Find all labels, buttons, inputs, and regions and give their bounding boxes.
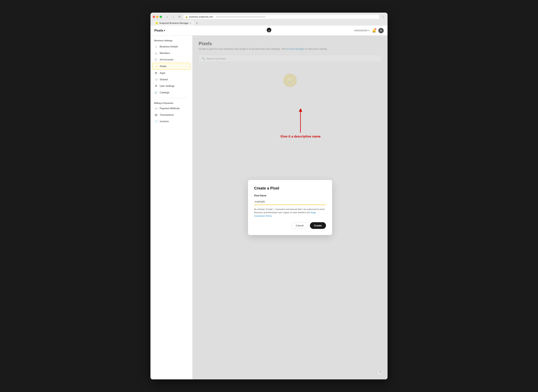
sidebar-label-invoices: Invoices [160, 120, 169, 123]
sidebar-label-payment-methods: Payment Methods [160, 107, 180, 110]
sidebar-item-shared[interactable]: ◁ Shared [150, 76, 192, 83]
lock-icon: 🔒 [185, 16, 188, 18]
sidebar-item-catalogs[interactable]: 🛒 Catalogs [150, 89, 192, 96]
avatar[interactable]: A [378, 28, 384, 33]
pixels-dropdown-label: Pixels [154, 29, 163, 32]
ad-accounts-icon: ⬡ [154, 58, 158, 61]
back-button[interactable]: ‹ [165, 14, 170, 19]
sidebar-section-label: Business Settings [150, 39, 192, 43]
sidebar-item-pixels[interactable]: ◇ Pixels [152, 63, 190, 70]
sidebar-label-ad-accounts: Ad Accounts [160, 58, 173, 61]
new-tab-button[interactable]: + [195, 21, 199, 26]
top-nav-right: ▾ 🔔 A [354, 28, 384, 33]
pixel-name-label: Pixel Name [254, 194, 326, 197]
notification-badge [375, 28, 376, 30]
shared-icon: ◁ [154, 78, 158, 81]
sidebar-item-invoices[interactable]: 📄 Invoices [150, 118, 192, 125]
sidebar-label-transactions: Transactions [160, 113, 174, 116]
sidebar-item-transactions[interactable]: ▤ Transactions [150, 112, 192, 118]
address-bar[interactable]: 🔒 business.snapchat.com [183, 15, 379, 19]
create-button[interactable]: Create [310, 222, 326, 229]
apps-icon: ⊞ [154, 71, 158, 74]
sidebar-item-apps[interactable]: ⊞ Apps [150, 70, 192, 76]
pixels-icon: ◇ [154, 65, 158, 68]
modal-title: Create a Pixel [254, 186, 326, 191]
url-blurred [216, 16, 265, 18]
modal-overlay: Create a Pixel Pixel Name By clicking "C… [193, 36, 388, 379]
sidebar-label-catalogs: Catalogs [160, 91, 169, 94]
more-button[interactable]: ⋮ [381, 14, 385, 19]
tab-title: Snapchat Business Manager [159, 22, 189, 24]
top-nav-left: Pixels ▾ [154, 29, 165, 32]
active-tab[interactable]: 👻 Snapchat Business Manager ✕ [153, 21, 194, 26]
members-icon: △ [154, 51, 158, 55]
sidebar-item-payment-methods[interactable]: ▭ Payment Methods [150, 105, 192, 112]
content-area: Business Settings ⌂ Business Details △ M… [150, 36, 388, 379]
reload-button[interactable]: ↻ [177, 14, 182, 19]
app-container: Pixels ▾ ▾ 🔔 A [150, 26, 388, 379]
tab-close-button[interactable]: ✕ [190, 22, 191, 24]
browser-chrome: ‹ › ↻ 🔒 business.snapchat.com ⋮ 👻 Snapch… [150, 13, 388, 26]
sidebar-item-members[interactable]: △ Members [150, 50, 192, 56]
sidebar-label-apps: Apps [160, 71, 165, 74]
sidebar-item-ad-accounts[interactable]: ⬡ Ad Accounts [150, 56, 192, 63]
url-text: business.snapchat.com [189, 15, 213, 18]
settings-icon: ⚙ [154, 84, 158, 87]
traffic-lights [153, 16, 162, 18]
terms-period: . [273, 215, 273, 217]
main-content: Pixels Create a pixel for your business … [193, 36, 388, 379]
top-nav: Pixels ▾ ▾ 🔔 A [150, 26, 388, 36]
sidebar-item-business-details[interactable]: ⌂ Business Details [150, 43, 192, 50]
pixels-dropdown[interactable]: Pixels ▾ [154, 29, 165, 32]
sidebar-label-pixels: Pixels [160, 65, 167, 68]
user-chevron-icon: ▾ [368, 29, 370, 32]
tab-bar: 👻 Snapchat Business Manager ✕ + [153, 21, 385, 26]
snapchat-logo [266, 27, 272, 34]
modal-terms-text: By clicking "Create", I represent and wa… [254, 208, 326, 218]
sidebar: Business Settings ⌂ Business Details △ M… [150, 36, 193, 379]
sidebar-label-user-settings: User Settings [160, 84, 175, 87]
sidebar-label-shared: Shared [160, 78, 168, 81]
notification-button[interactable]: 🔔 [372, 28, 376, 33]
maximize-button[interactable] [160, 16, 162, 18]
sidebar-item-user-settings[interactable]: ⚙ User Settings [150, 83, 192, 89]
cancel-button[interactable]: Cancel [291, 222, 308, 229]
home-icon: ⌂ [154, 45, 158, 48]
billing-section-label: Billing & Payments [150, 100, 192, 105]
invoices-icon: 📄 [154, 120, 158, 123]
modal-actions: Cancel Create [254, 222, 326, 229]
catalogs-icon: 🛒 [154, 91, 158, 94]
transactions-icon: ▤ [154, 113, 158, 116]
user-name-blurred [354, 30, 368, 31]
minimize-button[interactable] [156, 16, 158, 18]
create-pixel-modal: Create a Pixel Pixel Name By clicking "C… [248, 180, 332, 235]
close-button[interactable] [153, 16, 155, 18]
pixel-name-input[interactable] [254, 198, 326, 205]
forward-button[interactable]: › [171, 14, 176, 19]
sidebar-label-business-details: Business Details [160, 45, 178, 48]
chevron-down-icon: ▾ [164, 29, 165, 32]
user-name-area: ▾ [354, 29, 370, 32]
tab-favicon: 👻 [155, 22, 158, 24]
payment-icon: ▭ [154, 107, 158, 110]
sidebar-label-members: Members [160, 52, 170, 55]
